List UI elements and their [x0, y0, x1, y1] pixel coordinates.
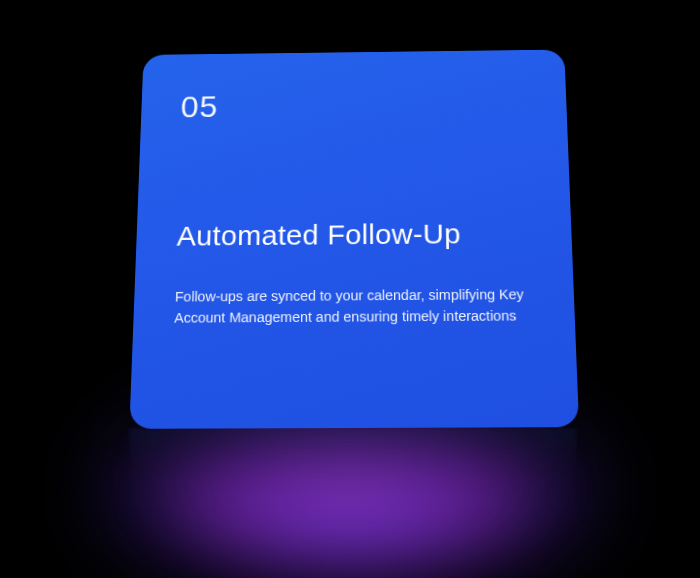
card-title: Automated Follow-Up — [176, 217, 531, 252]
card-scene: 05 Automated Follow-Up Follow-ups are sy… — [0, 0, 700, 578]
card-reflection — [128, 428, 578, 531]
card-description: Follow-ups are synced to your calendar, … — [174, 284, 534, 330]
card-number: 05 — [180, 86, 527, 125]
feature-card: 05 Automated Follow-Up Follow-ups are sy… — [129, 50, 579, 429]
